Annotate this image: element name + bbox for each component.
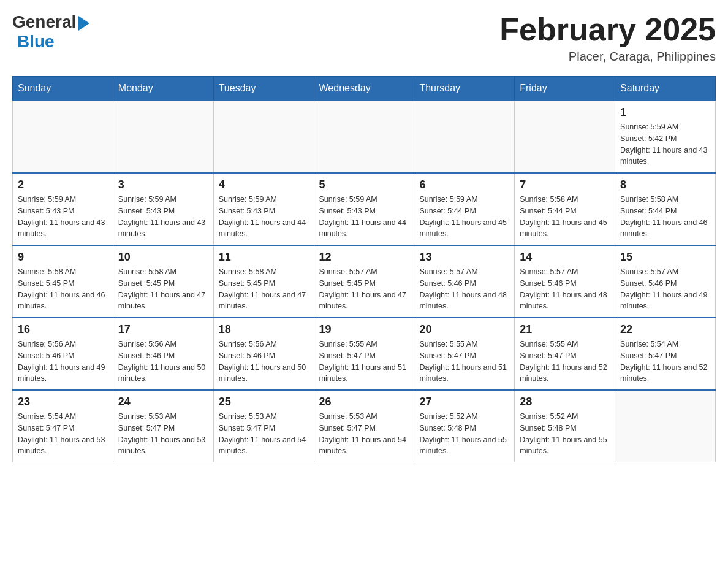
week-row-4: 16Sunrise: 5:56 AMSunset: 5:46 PMDayligh… (13, 318, 716, 390)
calendar-cell: 2Sunrise: 5:59 AMSunset: 5:43 PMDaylight… (13, 173, 113, 245)
calendar-cell: 7Sunrise: 5:58 AMSunset: 5:44 PMDaylight… (515, 173, 615, 245)
calendar-cell: 23Sunrise: 5:54 AMSunset: 5:47 PMDayligh… (13, 390, 113, 462)
calendar-cell: 16Sunrise: 5:56 AMSunset: 5:46 PMDayligh… (13, 318, 113, 390)
week-row-2: 2Sunrise: 5:59 AMSunset: 5:43 PMDaylight… (13, 173, 716, 245)
day-info: Sunrise: 5:59 AMSunset: 5:43 PMDaylight:… (319, 194, 409, 240)
day-info: Sunrise: 5:58 AMSunset: 5:45 PMDaylight:… (219, 266, 309, 312)
calendar-cell: 12Sunrise: 5:57 AMSunset: 5:45 PMDayligh… (314, 245, 414, 318)
day-info: Sunrise: 5:58 AMSunset: 5:44 PMDaylight:… (620, 194, 710, 240)
logo-general-text: General (12, 12, 76, 32)
day-number: 13 (419, 251, 509, 264)
calendar-cell: 9Sunrise: 5:58 AMSunset: 5:45 PMDaylight… (13, 245, 113, 318)
calendar-cell: 28Sunrise: 5:52 AMSunset: 5:48 PMDayligh… (515, 390, 615, 462)
logo-blue-text: Blue (17, 32, 55, 52)
day-number: 17 (118, 323, 208, 336)
week-row-1: 1Sunrise: 5:59 AMSunset: 5:42 PMDaylight… (13, 101, 716, 173)
calendar-header-friday: Friday (515, 77, 615, 101)
day-info: Sunrise: 5:52 AMSunset: 5:48 PMDaylight:… (419, 411, 509, 457)
day-info: Sunrise: 5:59 AMSunset: 5:44 PMDaylight:… (419, 194, 509, 240)
day-info: Sunrise: 5:55 AMSunset: 5:47 PMDaylight:… (319, 339, 409, 385)
day-number: 21 (520, 323, 610, 336)
day-number: 7 (520, 178, 610, 191)
day-info: Sunrise: 5:57 AMSunset: 5:45 PMDaylight:… (319, 266, 409, 312)
day-number: 15 (620, 251, 710, 264)
calendar-cell: 13Sunrise: 5:57 AMSunset: 5:46 PMDayligh… (414, 245, 515, 318)
calendar-cell: 27Sunrise: 5:52 AMSunset: 5:48 PMDayligh… (414, 390, 515, 462)
calendar-cell: 3Sunrise: 5:59 AMSunset: 5:43 PMDaylight… (113, 173, 213, 245)
calendar-cell: 26Sunrise: 5:53 AMSunset: 5:47 PMDayligh… (314, 390, 414, 462)
calendar-header-sunday: Sunday (13, 77, 113, 101)
day-info: Sunrise: 5:54 AMSunset: 5:47 PMDaylight:… (18, 411, 108, 457)
day-info: Sunrise: 5:59 AMSunset: 5:43 PMDaylight:… (118, 194, 208, 240)
day-number: 10 (118, 251, 208, 264)
day-number: 5 (319, 178, 409, 191)
calendar-cell: 20Sunrise: 5:55 AMSunset: 5:47 PMDayligh… (414, 318, 515, 390)
day-info: Sunrise: 5:55 AMSunset: 5:47 PMDaylight:… (520, 339, 610, 385)
day-info: Sunrise: 5:57 AMSunset: 5:46 PMDaylight:… (620, 266, 710, 312)
day-number: 18 (219, 323, 309, 336)
day-info: Sunrise: 5:57 AMSunset: 5:46 PMDaylight:… (520, 266, 610, 312)
day-number: 27 (419, 396, 509, 408)
day-number: 1 (620, 106, 710, 119)
day-info: Sunrise: 5:58 AMSunset: 5:45 PMDaylight:… (18, 266, 108, 312)
day-info: Sunrise: 5:53 AMSunset: 5:47 PMDaylight:… (219, 411, 309, 457)
calendar-cell: 8Sunrise: 5:58 AMSunset: 5:44 PMDaylight… (615, 173, 716, 245)
calendar-cell (515, 101, 615, 173)
calendar-cell: 15Sunrise: 5:57 AMSunset: 5:46 PMDayligh… (615, 245, 716, 318)
day-number: 20 (419, 323, 509, 336)
calendar-cell: 18Sunrise: 5:56 AMSunset: 5:46 PMDayligh… (213, 318, 314, 390)
calendar-cell (314, 101, 414, 173)
day-number: 16 (18, 323, 108, 336)
calendar-cell (113, 101, 213, 173)
calendar-table: SundayMondayTuesdayWednesdayThursdayFrid… (12, 76, 716, 462)
day-number: 2 (18, 178, 108, 191)
day-number: 8 (620, 178, 710, 191)
day-number: 25 (219, 396, 309, 408)
logo: General Blue (12, 12, 89, 52)
calendar-cell: 6Sunrise: 5:59 AMSunset: 5:44 PMDaylight… (414, 173, 515, 245)
calendar-cell: 22Sunrise: 5:54 AMSunset: 5:47 PMDayligh… (615, 318, 716, 390)
day-number: 11 (219, 251, 309, 264)
day-info: Sunrise: 5:57 AMSunset: 5:46 PMDaylight:… (419, 266, 509, 312)
calendar-header-tuesday: Tuesday (213, 77, 314, 101)
calendar-cell: 25Sunrise: 5:53 AMSunset: 5:47 PMDayligh… (213, 390, 314, 462)
week-row-3: 9Sunrise: 5:58 AMSunset: 5:45 PMDaylight… (13, 245, 716, 318)
title-section: February 2025 Placer, Caraga, Philippine… (499, 12, 716, 64)
day-info: Sunrise: 5:59 AMSunset: 5:43 PMDaylight:… (219, 194, 309, 240)
day-number: 19 (319, 323, 409, 336)
day-info: Sunrise: 5:59 AMSunset: 5:43 PMDaylight:… (18, 194, 108, 240)
calendar-cell (13, 101, 113, 173)
day-info: Sunrise: 5:59 AMSunset: 5:42 PMDaylight:… (620, 121, 710, 167)
day-number: 4 (219, 178, 309, 191)
day-info: Sunrise: 5:55 AMSunset: 5:47 PMDaylight:… (419, 339, 509, 385)
day-number: 6 (419, 178, 509, 191)
calendar-header-row: SundayMondayTuesdayWednesdayThursdayFrid… (13, 77, 716, 101)
calendar-cell: 1Sunrise: 5:59 AMSunset: 5:42 PMDaylight… (615, 101, 716, 173)
day-info: Sunrise: 5:58 AMSunset: 5:45 PMDaylight:… (118, 266, 208, 312)
day-number: 22 (620, 323, 710, 336)
week-row-5: 23Sunrise: 5:54 AMSunset: 5:47 PMDayligh… (13, 390, 716, 462)
day-info: Sunrise: 5:56 AMSunset: 5:46 PMDaylight:… (118, 339, 208, 385)
day-number: 26 (319, 396, 409, 408)
day-info: Sunrise: 5:54 AMSunset: 5:47 PMDaylight:… (620, 339, 710, 385)
calendar-cell: 21Sunrise: 5:55 AMSunset: 5:47 PMDayligh… (515, 318, 615, 390)
main-title: February 2025 (499, 12, 716, 47)
day-number: 3 (118, 178, 208, 191)
day-number: 24 (118, 396, 208, 408)
calendar-cell: 19Sunrise: 5:55 AMSunset: 5:47 PMDayligh… (314, 318, 414, 390)
calendar-cell: 10Sunrise: 5:58 AMSunset: 5:45 PMDayligh… (113, 245, 213, 318)
calendar-cell: 17Sunrise: 5:56 AMSunset: 5:46 PMDayligh… (113, 318, 213, 390)
logo-arrow-icon (78, 16, 89, 31)
page-header: General Blue February 2025 Placer, Carag… (12, 12, 716, 64)
calendar-header-monday: Monday (113, 77, 213, 101)
day-info: Sunrise: 5:53 AMSunset: 5:47 PMDaylight:… (319, 411, 409, 457)
subtitle: Placer, Caraga, Philippines (499, 50, 716, 64)
day-number: 14 (520, 251, 610, 264)
day-info: Sunrise: 5:56 AMSunset: 5:46 PMDaylight:… (18, 339, 108, 385)
day-info: Sunrise: 5:53 AMSunset: 5:47 PMDaylight:… (118, 411, 208, 457)
calendar-header-wednesday: Wednesday (314, 77, 414, 101)
calendar-cell (615, 390, 716, 462)
calendar-header-saturday: Saturday (615, 77, 716, 101)
day-number: 23 (18, 396, 108, 408)
calendar-cell: 4Sunrise: 5:59 AMSunset: 5:43 PMDaylight… (213, 173, 314, 245)
